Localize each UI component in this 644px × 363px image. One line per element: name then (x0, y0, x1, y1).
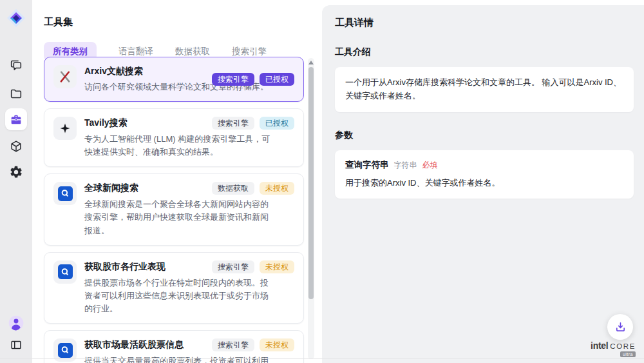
detail-title: 工具详情 (335, 17, 634, 29)
brand-ultra-badge: ultra (620, 351, 636, 357)
tool-description: 全球新闻搜索是一个聚合全球各大新闻网站内容的搜索引擎，帮助用户快速获取全球最新资… (84, 198, 276, 237)
settings-icon[interactable] (5, 161, 27, 183)
nav-rail (0, 0, 32, 363)
folder-icon[interactable] (5, 83, 27, 104)
param-type: 字符串 (394, 160, 417, 171)
category-badge: 搜索引擎 (212, 117, 254, 130)
scrollbar-thumb[interactable] (308, 67, 314, 299)
tool-name: 获取股市各行业表现 (84, 260, 166, 273)
intro-heading: 工具介绍 (335, 46, 634, 58)
category-badge: 搜索引擎 (212, 260, 254, 273)
category-badge: 数据获取 (212, 182, 254, 195)
panel-toggle-icon[interactable] (5, 334, 27, 356)
category-badge: 搜索引擎 (212, 338, 254, 351)
tools-panel: 工具集 所有类别语言翻译数据获取搜索引擎 Arxiv文献搜索 搜索引擎 已授权 … (32, 5, 322, 363)
auth-badge: 已授权 (260, 73, 294, 86)
tool-card[interactable]: 全球新闻搜索 数据获取 未授权 全球新闻搜索是一个聚合全球各大新闻网站内容的搜索… (44, 173, 304, 245)
download-icon (614, 320, 627, 334)
param-header: 查询字符串 字符串 必填 (345, 159, 623, 171)
tool-description: 专为人工智能代理 (LLM) 构建的搜索引擎工具，可快速提供实时、准确和真实的结… (84, 133, 276, 159)
toolbox-icon[interactable] (5, 108, 27, 130)
arxiv-icon (53, 65, 77, 88)
search-blue-icon (53, 182, 77, 205)
download-button[interactable] (607, 314, 633, 340)
tool-card[interactable]: Tavily搜索 搜索引擎 已授权 专为人工智能代理 (LLM) 构建的搜索引擎… (44, 108, 304, 167)
app-window: 工具集 所有类别语言翻译数据获取搜索引擎 Arxiv文献搜索 搜索引擎 已授权 … (0, 0, 644, 363)
tool-list: Arxiv文献搜索 搜索引擎 已授权 访问各个研究领域大量科学论文和文章的存储库… (44, 57, 304, 363)
brand-intel: intel (591, 340, 608, 351)
tool-name: 获取市场最活跃股票信息 (84, 338, 184, 351)
intro-box: 一个用于从Arxiv存储库搜索科学论文和文章的工具。 输入可以是Arxiv ID… (335, 67, 634, 112)
chat-icon[interactable] (5, 54, 27, 76)
param-required-badge: 必填 (422, 160, 438, 171)
tool-name: Tavily搜索 (84, 117, 128, 129)
tool-name: Arxiv文献搜索 (84, 65, 143, 77)
category-badge: 搜索引擎 (212, 73, 254, 86)
page-title: 工具集 (44, 16, 322, 28)
scrollbar[interactable] (308, 58, 314, 359)
auth-badge: 已授权 (260, 117, 294, 130)
auth-badge: 未授权 (260, 338, 294, 351)
user-avatar-icon[interactable] (5, 312, 27, 334)
param-description: 用于搜索的Arxiv ID、关键字或作者姓名。 (345, 177, 623, 190)
tool-detail-panel: 工具详情 工具介绍 一个用于从Arxiv存储库搜索科学论文和文章的工具。 输入可… (322, 5, 644, 363)
param-name: 查询字符串 (345, 159, 389, 171)
app-logo-icon[interactable] (5, 6, 28, 30)
tool-card[interactable]: 获取股市各行业表现 搜索引擎 未授权 提供股票市场各个行业在特定时间段内的表现。… (44, 252, 304, 324)
tool-name: 全球新闻搜索 (84, 182, 138, 194)
auth-badge: 未授权 (260, 260, 294, 273)
intel-core-logo: intel core ultra (591, 340, 636, 357)
sparkle-icon (53, 117, 77, 140)
window-bottom-edge (0, 358, 644, 359)
param-box: 查询字符串 字符串 必填 用于搜索的Arxiv ID、关键字或作者姓名。 (335, 150, 634, 199)
intro-text: 一个用于从Arxiv存储库搜索科学论文和文章的工具。 输入可以是Arxiv ID… (345, 76, 623, 103)
search-blue-icon (53, 260, 77, 284)
brand-core: core (610, 342, 636, 350)
params-heading: 参数 (335, 130, 634, 141)
cube-icon[interactable] (5, 135, 27, 157)
tool-card[interactable]: Arxiv文献搜索 搜索引擎 已授权 访问各个研究领域大量科学论文和文章的存储库… (44, 57, 304, 102)
tool-description: 提供股票市场各个行业在特定时间段内的表现。投资者可以利用这些信息来识别表现优于或… (84, 277, 276, 315)
auth-badge: 未授权 (260, 182, 294, 195)
scrollbar-up-arrow-icon[interactable] (308, 61, 314, 64)
